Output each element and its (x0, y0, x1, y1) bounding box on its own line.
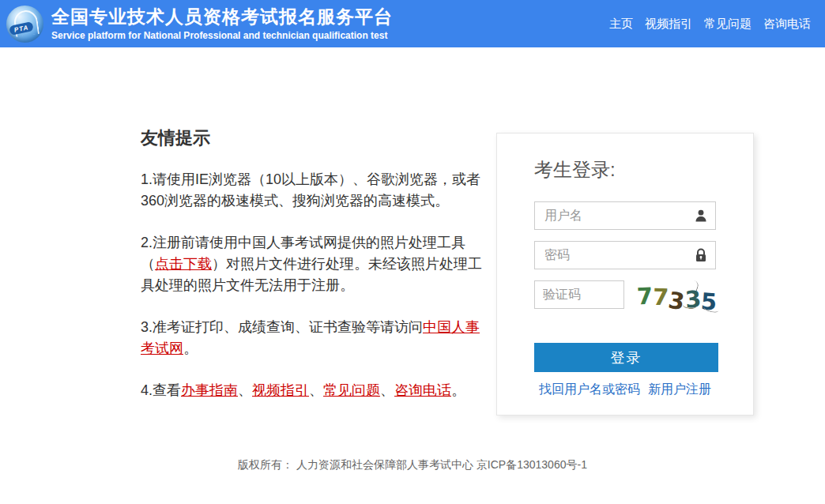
tips-heading: 友情提示 (141, 126, 490, 150)
main-content: 友情提示 1.请使用IE浏览器（10以上版本）、谷歌浏览器，或者360浏览器的极… (141, 126, 757, 422)
video-guide-link[interactable]: 视频指引 (252, 382, 309, 398)
login-heading: 考生登录: (534, 157, 716, 182)
pta-logo-label: PTA (9, 21, 34, 36)
password-field-wrap (534, 241, 716, 269)
nav-home-link[interactable]: 主页 (609, 17, 633, 32)
download-photo-tool-link[interactable]: 点击下载 (155, 256, 212, 272)
tip-4-end: 。 (451, 382, 465, 398)
captcha-digit: 7 (636, 281, 654, 310)
site-title: 全国专业技术人员资格考试报名服务平台 (51, 6, 393, 28)
site-subtitle: Service platform for National Profession… (51, 30, 393, 41)
lock-icon (693, 247, 709, 263)
captcha-image[interactable]: 77335 (637, 282, 716, 314)
tip-3-text-post: 。 (183, 340, 198, 356)
tip-item-1: 1.请使用IE浏览器（10以上版本）、谷歌浏览器，或者360浏览器的极速模式、搜… (141, 169, 490, 212)
user-icon (693, 208, 709, 224)
captcha-input[interactable] (534, 280, 624, 309)
login-panel: 考生登录: 77335 (496, 133, 754, 416)
nav-video-guide-link[interactable]: 视频指引 (645, 17, 692, 32)
tip-item-3: 3.准考证打印、成绩查询、证书查验等请访问中国人事考试网。 (141, 317, 490, 359)
tip-3-text-pre: 3.准考证打印、成绩查询、证书查验等请访问 (141, 319, 423, 335)
pta-logo-icon: PTA (6, 6, 43, 43)
login-links-row: 找回用户名或密码 新用户注册 (534, 382, 716, 398)
tip-1-text: 1.请使用IE浏览器（10以上版本）、谷歌浏览器，或者360浏览器的极速模式、搜… (141, 171, 480, 209)
login-button[interactable]: 登录 (534, 343, 718, 372)
captcha-row: 77335 (534, 280, 716, 314)
tip-item-2: 2.注册前请使用中国人事考试网提供的照片处理工具（点击下载）对照片文件进行处理。… (141, 232, 490, 296)
tip-4-sep2: 、 (309, 382, 323, 398)
faq-link[interactable]: 常见问题 (323, 382, 380, 398)
friendly-tips-section: 友情提示 1.请使用IE浏览器（10以上版本）、谷歌浏览器，或者360浏览器的极… (141, 126, 490, 422)
tip-4-text-pre: 4.查看 (141, 382, 181, 398)
header: PTA 全国专业技术人员资格考试报名服务平台 Service platform … (0, 0, 825, 47)
register-link[interactable]: 新用户注册 (648, 382, 711, 398)
username-input[interactable] (534, 201, 716, 230)
forgot-password-link[interactable]: 找回用户名或密码 (539, 382, 640, 398)
top-nav: 主页 视频指引 常见问题 咨询电话 (609, 17, 811, 32)
service-guide-link[interactable]: 办事指南 (181, 382, 238, 398)
tip-4-sep1: 、 (238, 382, 252, 398)
captcha-field-wrap (534, 280, 624, 309)
phone-link[interactable]: 咨询电话 (394, 382, 451, 398)
username-field-wrap (534, 201, 716, 230)
nav-phone-link[interactable]: 咨询电话 (763, 17, 811, 32)
footer-copyright: 版权所有： 人力资源和社会保障部人事考试中心 京ICP备13013060号-1 (0, 458, 825, 472)
nav-faq-link[interactable]: 常见问题 (704, 17, 752, 32)
tip-4-sep3: 、 (380, 382, 394, 398)
tip-item-4: 4.查看办事指南、视频指引、常见问题、咨询电话。 (141, 380, 490, 401)
password-input[interactable] (534, 241, 716, 269)
site-title-block: 全国专业技术人员资格考试报名服务平台 Service platform for … (51, 6, 393, 42)
